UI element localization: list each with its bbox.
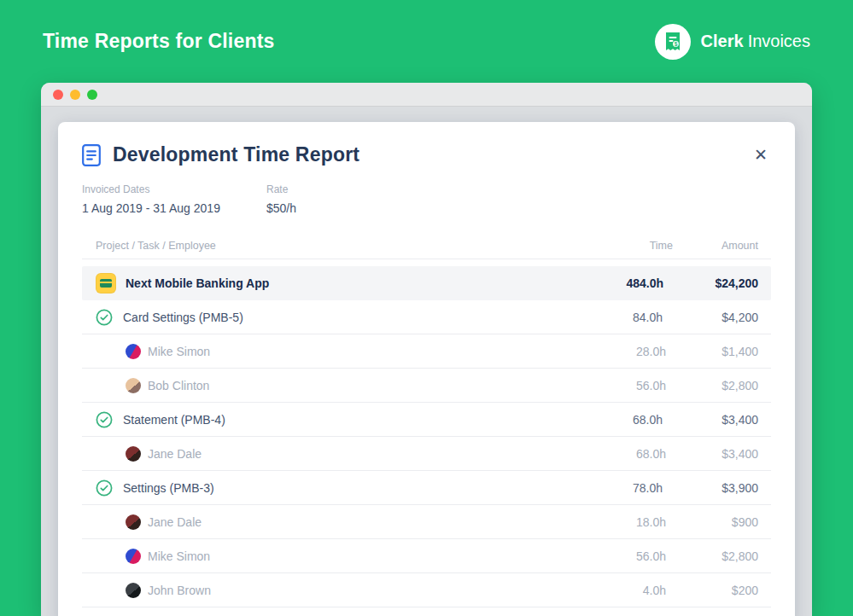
employee-row: Jane Dale 68.0h $3,400 — [82, 437, 771, 471]
header-amount: Amount — [673, 240, 758, 252]
invoiced-dates-label: Invoiced Dates — [82, 183, 266, 195]
task-amount: $3,900 — [673, 481, 758, 495]
avatar — [126, 378, 141, 393]
brand-name-bold: Clerk — [701, 32, 744, 50]
window-minimize-button[interactable] — [70, 90, 80, 100]
report-meta: Invoiced Dates 1 Aug 2019 - 31 Aug 2019 … — [82, 183, 771, 215]
invoice-logo-icon: $ — [655, 24, 691, 60]
brand-name-regular: Invoices — [748, 32, 810, 50]
task-row: Card Settings (PMB-5) 84.0h $4,200 — [82, 300, 771, 334]
employee-time: 4.0h — [589, 584, 666, 597]
employee-name: Jane Dale — [148, 447, 582, 461]
employee-amount: $900 — [673, 515, 758, 529]
window-titlebar — [41, 83, 812, 107]
employee-name: Jane Dale — [148, 515, 582, 529]
table-header: Project / Task / Employee Time Amount — [82, 232, 771, 259]
task-name: Statement (PMB-4) — [123, 413, 575, 427]
invoiced-dates: Invoiced Dates 1 Aug 2019 - 31 Aug 2019 — [82, 183, 266, 215]
check-circle-icon — [96, 309, 113, 326]
avatar — [126, 549, 141, 564]
time-report-table: Project / Task / Employee Time Amount Ne… — [82, 232, 771, 607]
employee-time: 56.0h — [589, 379, 666, 392]
task-time: 68.0h — [586, 413, 663, 427]
rate-label: Rate — [266, 183, 296, 195]
employee-row: Jane Dale 18.0h $900 — [82, 505, 771, 539]
employee-amount: $200 — [673, 584, 758, 597]
avatar — [126, 446, 141, 462]
rate: Rate $50/h — [266, 183, 296, 215]
employee-time: 68.0h — [589, 447, 666, 461]
employee-amount: $2,800 — [673, 379, 758, 392]
svg-text:$: $ — [674, 41, 677, 48]
employee-row: Mike Simon 56.0h $2,800 — [82, 539, 771, 573]
employee-time: 56.0h — [589, 549, 666, 563]
brand: $ ClerkInvoices — [655, 24, 810, 60]
project-time: 484.0h — [587, 276, 663, 290]
employee-time: 28.0h — [589, 345, 666, 358]
employee-amount: $1,400 — [673, 345, 758, 358]
employee-amount: $3,400 — [673, 447, 758, 461]
employee-time: 18.0h — [589, 515, 666, 529]
rate-value: $50/h — [266, 201, 296, 215]
project-amount: $24,200 — [673, 276, 758, 290]
check-circle-icon — [96, 479, 113, 497]
header-time: Time — [596, 240, 673, 252]
task-name: Card Settings (PMB-5) — [123, 311, 575, 324]
employee-amount: $2,800 — [673, 549, 758, 563]
window-close-button[interactable] — [53, 90, 63, 100]
project-name: Next Mobile Banking App — [126, 276, 577, 290]
task-amount: $3,400 — [673, 413, 758, 427]
window-zoom-button[interactable] — [87, 90, 97, 100]
task-time: 84.0h — [586, 311, 663, 324]
employee-name: Bob Clinton — [148, 379, 582, 392]
brand-name: ClerkInvoices — [701, 32, 810, 51]
employee-row: John Brown 4.0h $200 — [82, 573, 771, 607]
task-row: Settings (PMB-3) 78.0h $3,900 — [82, 471, 771, 505]
task-row: Statement (PMB-4) 68.0h $3,400 — [82, 403, 771, 437]
employee-name: John Brown — [148, 584, 582, 597]
employee-row: Mike Simon 28.0h $1,400 — [82, 334, 771, 369]
browser-window: Development Time Report ✕ Invoiced Dates… — [41, 83, 812, 616]
task-name: Settings (PMB-3) — [123, 481, 575, 495]
check-circle-icon — [96, 411, 113, 428]
avatar — [126, 583, 141, 598]
page-header: Time Reports for Clients $ ClerkInvoices — [0, 0, 853, 83]
task-time: 78.0h — [586, 481, 663, 495]
modal-title: Development Time Report — [113, 143, 359, 166]
report-document-icon — [82, 144, 101, 166]
header-project-task-employee: Project / Task / Employee — [96, 240, 596, 252]
employee-name: Mike Simon — [148, 345, 582, 358]
task-amount: $4,200 — [673, 311, 758, 324]
avatar — [126, 344, 141, 359]
time-report-modal: Development Time Report ✕ Invoiced Dates… — [58, 122, 795, 616]
employee-name: Mike Simon — [148, 549, 582, 563]
invoiced-dates-value: 1 Aug 2019 - 31 Aug 2019 — [82, 201, 266, 215]
modal-header: Development Time Report ✕ — [82, 122, 771, 166]
avatar — [126, 514, 141, 530]
close-icon[interactable]: ✕ — [751, 143, 771, 166]
project-row: Next Mobile Banking App 484.0h $24,200 — [82, 266, 771, 300]
banking-app-icon — [96, 273, 116, 293]
employee-row: Bob Clinton 56.0h $2,800 — [82, 369, 771, 403]
page-title: Time Reports for Clients — [43, 30, 274, 53]
